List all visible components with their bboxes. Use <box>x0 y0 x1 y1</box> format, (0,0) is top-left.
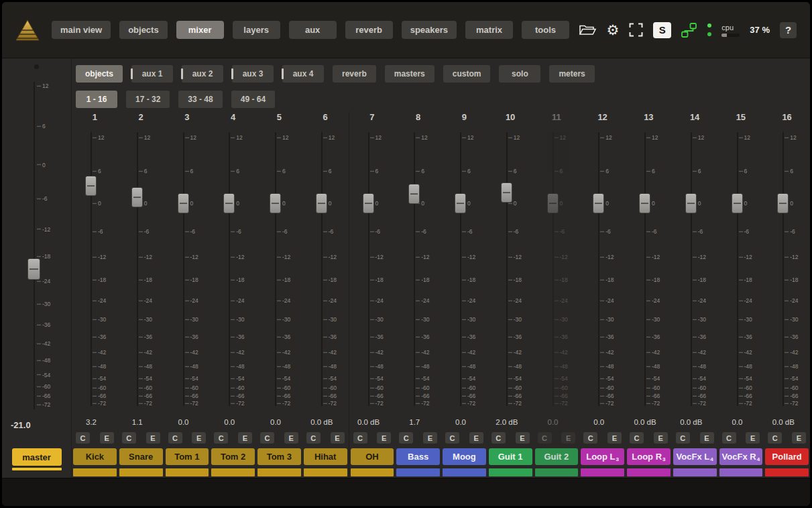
nav-reverb[interactable]: reverb <box>345 21 393 39</box>
channel-e-button[interactable]: E <box>146 432 160 444</box>
tab-aux-1[interactable]: aux 1 <box>131 65 173 83</box>
fader-handle[interactable] <box>408 184 420 204</box>
channel-c-button[interactable]: C <box>491 432 506 444</box>
nav-main-view[interactable]: main view <box>52 21 111 39</box>
nav-layers[interactable]: layers <box>233 21 280 39</box>
nav-tools[interactable]: tools <box>522 21 569 39</box>
channel-fader[interactable]: 1260-6-12-18-24-30-36-42-48-54-60-66-72 <box>395 127 441 411</box>
channel-fader[interactable]: 1260-6-12-18-24-30-36-42-48-54-60-66-72 <box>72 127 118 411</box>
channel-fader[interactable]: 1260-6-12-18-24-30-36-42-48-54-60-66-72 <box>302 127 349 411</box>
channel-e-button[interactable]: E <box>561 432 575 444</box>
channel-name[interactable]: OH <box>351 448 394 465</box>
channel-name[interactable]: Pollard <box>765 448 809 465</box>
fader-handle[interactable] <box>131 187 143 207</box>
channel-name[interactable]: Loop R3 <box>627 448 671 465</box>
channel-fader[interactable]: 1260-6-12-18-24-30-36-42-48-54-60-66-72 <box>487 127 534 411</box>
fader-handle[interactable] <box>777 193 789 213</box>
channel-name[interactable]: Guit 2 <box>535 448 579 465</box>
nav-mixer[interactable]: mixer <box>176 21 224 39</box>
channel-fader[interactable]: 1260-6-12-18-24-30-36-42-48-54-60-66-72 <box>210 127 256 411</box>
channel-e-button[interactable]: E <box>238 432 252 444</box>
nav-matrix[interactable]: matrix <box>465 21 513 39</box>
tab-aux-3[interactable]: aux 3 <box>232 65 274 83</box>
channel-fader[interactable]: 1260-6-12-18-24-30-36-42-48-54-60-66-72 <box>579 127 626 411</box>
fader-handle[interactable] <box>685 193 697 213</box>
channel-c-button[interactable]: C <box>630 432 644 444</box>
tab-meters[interactable]: meters <box>549 65 594 83</box>
channel-c-button[interactable]: C <box>168 432 182 444</box>
channel-name[interactable]: Kick <box>73 448 117 465</box>
channel-e-button[interactable]: E <box>284 432 298 444</box>
channel-fader[interactable]: 1260-6-12-18-24-30-36-42-48-54-60-66-72 <box>256 127 302 411</box>
channel-c-button[interactable]: C <box>583 432 597 444</box>
fader-handle[interactable] <box>593 193 604 213</box>
fader-handle[interactable] <box>732 193 743 213</box>
channel-c-button[interactable]: C <box>353 432 367 444</box>
fader-handle[interactable] <box>363 193 374 213</box>
channel-c-button[interactable]: C <box>214 432 228 444</box>
master-label[interactable]: master <box>12 448 62 466</box>
master-fader[interactable]: 1260-6-12-18-24-30-36-42-48-54-60-66-72 <box>2 77 71 415</box>
channel-name[interactable]: Tom 1 <box>166 448 209 465</box>
bank-17-32[interactable]: 17 - 32 <box>126 91 170 108</box>
channel-fader[interactable]: 1260-6-12-18-24-30-36-42-48-54-60-66-72 <box>764 127 810 411</box>
fader-handle[interactable] <box>639 193 650 213</box>
nav-aux[interactable]: aux <box>289 21 337 39</box>
tab-aux-4[interactable]: aux 4 <box>282 65 324 83</box>
bank-1-16[interactable]: 1 - 16 <box>76 91 117 108</box>
help-button[interactable]: ? <box>780 22 797 38</box>
channel-c-button[interactable]: C <box>768 432 782 444</box>
channel-name[interactable]: VocFx L4 <box>673 448 717 465</box>
channel-name[interactable]: Snare <box>119 448 163 465</box>
channel-c-button[interactable]: C <box>676 432 690 444</box>
network-button[interactable] <box>681 23 697 38</box>
channel-name[interactable]: Tom 3 <box>257 448 301 465</box>
channel-fader[interactable]: 1260-6-12-18-24-30-36-42-48-54-60-66-72 <box>718 127 764 411</box>
channel-c-button[interactable]: C <box>538 432 552 444</box>
channel-fader[interactable]: 1260-6-12-18-24-30-36-42-48-54-60-66-72 <box>118 127 164 411</box>
fullscreen-button[interactable] <box>629 23 643 37</box>
fader-handle[interactable] <box>223 193 235 213</box>
channel-e-button[interactable]: E <box>792 432 806 444</box>
solo-button[interactable]: S <box>653 22 671 38</box>
tab-solo[interactable]: solo <box>499 65 540 83</box>
master-fader-handle[interactable] <box>27 258 40 280</box>
channel-e-button[interactable]: E <box>654 432 668 444</box>
bank-33-48[interactable]: 33 - 48 <box>178 91 222 108</box>
channel-e-button[interactable]: E <box>423 432 437 444</box>
fader-handle[interactable] <box>85 176 97 196</box>
channel-fader[interactable]: 1260-6-12-18-24-30-36-42-48-54-60-66-72 <box>534 127 580 411</box>
channel-fader[interactable]: 1260-6-12-18-24-30-36-42-48-54-60-66-72 <box>349 127 396 411</box>
channel-c-button[interactable]: C <box>122 432 136 444</box>
channel-e-button[interactable]: E <box>331 432 345 444</box>
channel-e-button[interactable]: E <box>516 432 530 444</box>
channel-fader[interactable]: 1260-6-12-18-24-30-36-42-48-54-60-66-72 <box>164 127 211 411</box>
settings-button[interactable]: ⚙ <box>607 23 620 37</box>
channel-fader[interactable]: 1260-6-12-18-24-30-36-42-48-54-60-66-72 <box>441 127 487 411</box>
channel-e-button[interactable]: E <box>700 432 714 444</box>
open-file-button[interactable] <box>579 23 597 37</box>
fader-handle[interactable] <box>316 193 327 213</box>
channel-name[interactable]: Moog <box>443 448 486 465</box>
channel-e-button[interactable]: E <box>607 432 622 444</box>
channel-name[interactable]: Loop L3 <box>581 448 624 465</box>
tab-aux-2[interactable]: aux 2 <box>182 65 223 83</box>
tab-objects[interactable]: objects <box>76 65 123 83</box>
channel-name[interactable]: Hihat <box>304 448 347 465</box>
tab-masters[interactable]: masters <box>385 65 434 83</box>
channel-e-button[interactable]: E <box>377 432 391 444</box>
channel-e-button[interactable]: E <box>192 432 206 444</box>
fader-handle[interactable] <box>178 193 189 213</box>
channel-e-button[interactable]: E <box>100 432 114 444</box>
nav-objects[interactable]: objects <box>119 21 168 39</box>
channel-name[interactable]: Tom 2 <box>211 448 255 465</box>
channel-c-button[interactable]: C <box>445 432 459 444</box>
channel-c-button[interactable]: C <box>260 432 274 444</box>
fader-handle[interactable] <box>455 193 466 213</box>
channel-c-button[interactable]: C <box>306 432 321 444</box>
channel-e-button[interactable]: E <box>469 432 483 444</box>
nav-speakers[interactable]: speakers <box>402 21 457 39</box>
bank-49-64[interactable]: 49 - 64 <box>231 91 275 108</box>
channel-name[interactable]: VocFx R4 <box>719 448 763 465</box>
channel-c-button[interactable]: C <box>76 432 90 444</box>
